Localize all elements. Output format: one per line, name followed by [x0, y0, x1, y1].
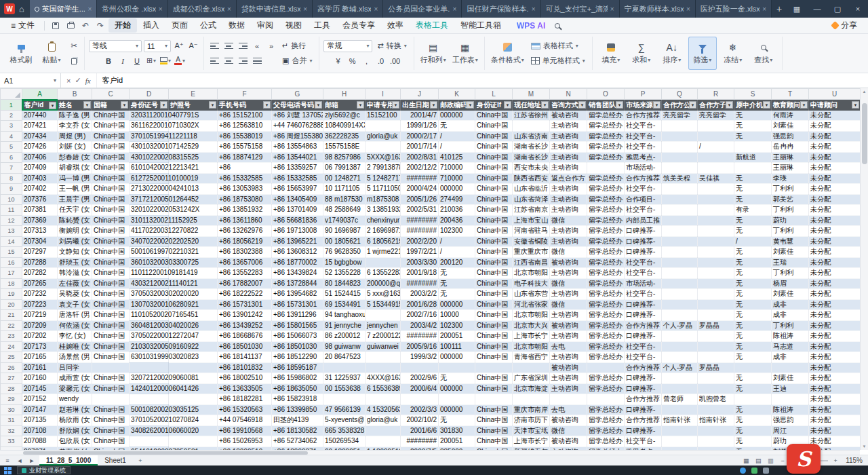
cell[interactable] — [130, 394, 169, 405]
vertical-scroll-thumb[interactable] — [862, 103, 867, 164]
cell[interactable] — [662, 299, 698, 310]
cell[interactable]: / — [734, 236, 772, 247]
cell[interactable]: China中国 — [475, 173, 513, 184]
cell[interactable]: 无 — [734, 268, 772, 279]
cell[interactable] — [662, 205, 698, 216]
cell[interactable]: 未分配 — [809, 236, 861, 247]
cell[interactable]: / — [439, 247, 475, 258]
cell[interactable]: 000000 — [439, 184, 475, 195]
cell[interactable]: +86 15332585 — [272, 173, 323, 184]
cell[interactable] — [662, 383, 698, 394]
cell[interactable]: 成雨萱 (女 — [58, 373, 92, 384]
cell[interactable]: 江苏省南京 — [513, 205, 550, 216]
cell[interactable] — [401, 362, 439, 373]
cell[interactable]: 207369 — [22, 215, 58, 226]
cell[interactable]: 2005/1/26 — [401, 194, 439, 205]
filter-dropdown-icon[interactable]: ▼ — [763, 101, 770, 109]
cell[interactable]: 无 — [734, 436, 772, 447]
cell[interactable]: +86 15731301 — [218, 299, 272, 310]
cell[interactable]: 000000 — [439, 299, 475, 310]
cell[interactable]: +86 13911296 — [272, 310, 323, 321]
column-header[interactable]: I — [366, 89, 401, 100]
cell[interactable]: 未分配 — [809, 383, 861, 394]
cell[interactable]: 西安市未央 — [513, 163, 550, 174]
menu-tab[interactable]: 效率 — [381, 18, 410, 33]
search-icon[interactable] — [551, 20, 564, 32]
cell[interactable]: 黄韦慧 — [772, 236, 809, 247]
cell[interactable]: 未分配 — [809, 289, 861, 300]
cell[interactable]: +86 15575158 — [218, 142, 272, 153]
undo-icon[interactable]: ↶ — [79, 20, 92, 32]
cell[interactable]: 无 — [439, 289, 475, 300]
cell[interactable]: jennychen — [366, 320, 401, 331]
red-s-logo[interactable]: S — [787, 444, 821, 474]
cell[interactable]: +86 18002510 — [218, 373, 272, 384]
row-number[interactable]: 31 — [1, 415, 22, 426]
cell[interactable]: 凯煦曾老 — [698, 394, 734, 405]
close-tab-icon[interactable]: × — [610, 5, 614, 13]
table-header-cell[interactable]: 申请顾问▼ — [809, 100, 861, 111]
cell[interactable]: 无 — [734, 226, 772, 237]
cell[interactable]: 强思韵 — [772, 415, 809, 426]
cell[interactable]: +86 周煜155380 — [272, 131, 323, 142]
cell[interactable]: 207165 — [22, 352, 58, 363]
column-header[interactable]: B — [58, 89, 92, 100]
cell[interactable]: 社交平台- — [625, 268, 662, 279]
cell[interactable]: 青海省西宁 — [513, 352, 550, 363]
cell[interactable]: 207219 — [22, 310, 58, 321]
cell[interactable]: 无 — [734, 173, 772, 184]
cell[interactable]: 留学总经办 — [587, 152, 625, 163]
add-sheet-button[interactable]: + — [136, 457, 145, 464]
cell[interactable]: 陈祖涛 — [772, 404, 809, 415]
cell[interactable]: China中国 — [92, 383, 130, 394]
cell[interactable] — [366, 142, 401, 153]
cell[interactable] — [401, 394, 439, 405]
cell[interactable] — [662, 289, 698, 300]
cell[interactable] — [734, 394, 772, 405]
cell[interactable]: +86 15320563 — [218, 404, 272, 415]
cell[interactable]: 无 — [734, 331, 772, 342]
doc-tab[interactable]: 贷款申请信息.xlsx× — [237, 0, 313, 18]
cell[interactable]: 88 m187530 — [323, 194, 366, 205]
cell[interactable]: 社交平台- — [625, 121, 662, 132]
cell[interactable]: 郭美艺 — [772, 194, 809, 205]
cell[interactable]: 6 13552283 — [366, 268, 401, 279]
align-middle-button[interactable] — [222, 40, 235, 52]
cell[interactable] — [169, 436, 218, 447]
cell[interactable]: 市场活动- — [625, 278, 662, 289]
cell[interactable]: 合作方推荐 — [625, 320, 662, 331]
row-number[interactable]: 21 — [1, 310, 22, 321]
cell[interactable]: 00 1248271 — [323, 173, 366, 184]
cell[interactable]: China中国 — [92, 415, 130, 426]
cell[interactable]: +86 13701409 — [272, 205, 323, 216]
confirm-entry-button[interactable]: ✓ — [75, 76, 81, 85]
row-number[interactable]: 4 — [1, 131, 22, 142]
cell[interactable] — [439, 362, 475, 373]
cell[interactable]: 刘素佳 — [772, 373, 809, 384]
row-number[interactable]: 33 — [1, 436, 22, 447]
cell[interactable]: 未分配 — [809, 404, 861, 415]
cell[interactable]: 32031120010407791S — [130, 111, 169, 121]
tray-chat-icon[interactable] — [740, 468, 746, 474]
cell[interactable]: 舒欣娴 (女 — [58, 425, 92, 436]
cell[interactable]: 未分配 — [809, 152, 861, 163]
cell[interactable]: 207421 — [22, 121, 58, 132]
table-header-cell[interactable]: 现任地址▼ — [513, 100, 550, 111]
cell[interactable]: / — [439, 142, 475, 153]
row-number[interactable]: 12 — [1, 215, 22, 226]
cell[interactable]: 山东省东营 — [513, 289, 550, 300]
cell[interactable] — [366, 352, 401, 363]
cell[interactable]: 000000 — [439, 111, 475, 121]
cell[interactable]: 2 16969871 — [366, 226, 401, 237]
cell[interactable]: 留学总经办 — [587, 194, 625, 205]
cell[interactable]: +86 17882007 — [218, 278, 272, 289]
cell[interactable] — [698, 425, 734, 436]
cell[interactable]: 207434 — [22, 131, 58, 142]
sum-button[interactable]: ∑ 求和▾ — [627, 37, 656, 70]
tray-settings-icon[interactable] — [763, 468, 769, 474]
decrease-decimal-button[interactable]: .0 — [375, 55, 387, 67]
cell[interactable] — [169, 362, 218, 373]
cell[interactable]: +86 13552283 — [218, 268, 272, 279]
cell[interactable]: 654101200007050581 — [130, 446, 169, 450]
cell[interactable]: 未分配 — [809, 425, 861, 436]
